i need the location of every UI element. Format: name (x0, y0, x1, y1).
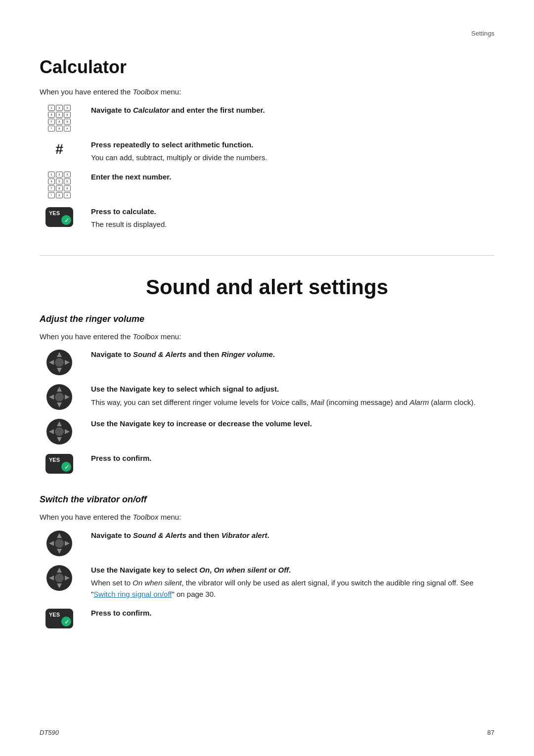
header-label: Settings (471, 30, 494, 37)
vibrator-subtitle: Switch the vibrator on/off (40, 494, 494, 505)
ringer-step-1-text: Navigate to Sound & Alerts and then Ring… (91, 349, 494, 362)
vibrator-step-3-text: Press to confirm. (91, 608, 494, 621)
vibrator-step-2-normal: When set to On when silent, the vibrator… (91, 578, 494, 600)
yes-button-icon: YES ✓ (44, 206, 74, 228)
calc-icon-4: YES ✓ (40, 206, 79, 228)
calc-step-1-bold: Navigate to Calculator and enter the fir… (91, 105, 494, 116)
calc-step-4-bold: Press to calculate. (91, 206, 494, 218)
ringer-subtitle: Adjust the ringer volume (40, 314, 494, 324)
key-cell: 7 (48, 185, 55, 191)
calc-icon-3: 1 2 3 4 5 6 7 8 9 * (40, 172, 79, 198)
ringer-step-3-text: Use the Navigate key to increase or decr… (91, 418, 494, 432)
svg-text:✓: ✓ (64, 618, 70, 625)
calc-step-2: # Press repeatedly to select arithmetic … (40, 139, 494, 164)
nav-button-icon (46, 418, 73, 445)
key-cell: 6 (64, 178, 71, 184)
ringer-step-2: Use the Navigate key to select which sig… (40, 384, 494, 410)
svg-point-11 (55, 393, 64, 401)
calc-step-4-text: Press to calculate. The result is displa… (91, 206, 494, 230)
ringer-step-4-bold: Press to confirm. (91, 453, 494, 464)
keypad-icon-2: 1 2 3 4 5 6 7 8 9 * (48, 172, 71, 198)
calculator-title: Calculator (40, 57, 494, 78)
svg-point-27 (55, 539, 64, 548)
vibrator-step-3: YES ✓ Press to confirm. (40, 608, 494, 629)
vibrator-icon-1 (40, 530, 79, 557)
svg-point-17 (55, 427, 64, 436)
ringer-step-3-bold: Use the Navigate key to increase or decr… (91, 418, 494, 430)
section-divider (40, 255, 494, 256)
ringer-step-3: Use the Navigate key to increase or decr… (40, 418, 494, 445)
footer-page: 87 (488, 729, 494, 736)
vibrator-step-2: Use the Navigate key to select On, On wh… (40, 565, 494, 600)
calc-step-2-text: Press repeatedly to select arithmetic fu… (91, 139, 494, 164)
calc-icon-1: 1 2 3 4 5 6 7 8 9 * (40, 105, 79, 132)
key-cell: * (48, 192, 55, 198)
page-container: Settings Calculator When you have entere… (0, 0, 534, 756)
ringer-icon-1 (40, 349, 79, 376)
key-cell: 5 (56, 112, 63, 118)
calc-step-3-bold: Enter the next number. (91, 172, 494, 183)
key-cell: 0 (56, 192, 63, 198)
vibrator-step-1-text: Navigate to Sound & Alerts and then Vibr… (91, 530, 494, 543)
subsection-ringer: Adjust the ringer volume When you have e… (40, 314, 494, 475)
svg-point-33 (55, 574, 64, 582)
ringer-icon-3 (40, 418, 79, 445)
ringer-step-2-text: Use the Navigate key to select which sig… (91, 384, 494, 408)
svg-point-5 (55, 358, 64, 367)
key-cell: 4 (48, 178, 55, 184)
key-cell: 9 (64, 185, 71, 191)
vibrator-intro: When you have entered the Toolbox menu: (40, 512, 494, 523)
ringer-icon-4: YES ✓ (40, 453, 79, 475)
ringer-icon-2 (40, 384, 79, 410)
page-footer: DT590 87 (40, 729, 494, 736)
switch-ring-link[interactable]: Switch ring signal on/off (93, 590, 172, 598)
key-cell: 9 (64, 119, 71, 125)
svg-text:✓: ✓ (64, 217, 70, 224)
key-cell: 3 (64, 172, 71, 178)
key-cell: 1 (48, 105, 55, 111)
calc-step-1: 1 2 3 4 5 6 7 8 9 * (40, 105, 494, 132)
footer-model: DT590 (40, 729, 59, 736)
key-cell: 5 (56, 178, 63, 184)
key-cell: 0 (56, 126, 63, 132)
ringer-step-2-bold: Use the Navigate key to select which sig… (91, 384, 494, 395)
yes-button-icon: YES ✓ (44, 608, 74, 629)
hash-icon: # (55, 141, 63, 157)
nav-button-icon (46, 349, 73, 376)
svg-text:YES: YES (49, 457, 60, 463)
ringer-step-4: YES ✓ Press to confirm. (40, 453, 494, 475)
page-header: Settings (40, 30, 494, 37)
calc-icon-2: # (40, 139, 79, 157)
vibrator-step-2-bold: Use the Navigate key to select On, On wh… (91, 565, 494, 576)
key-cell: 1 (48, 172, 55, 178)
ringer-intro: When you have entered the Toolbox menu: (40, 331, 494, 343)
key-cell: 4 (48, 112, 55, 118)
calc-step-1-text: Navigate to Calculator and enter the fir… (91, 105, 494, 118)
key-cell: # (64, 126, 71, 132)
section-calculator: Calculator When you have entered the Too… (40, 57, 494, 230)
calc-step-2-normal: You can add, subtract, multiply or divid… (91, 152, 494, 164)
vibrator-icon-2 (40, 565, 79, 591)
vibrator-icon-3: YES ✓ (40, 608, 79, 629)
svg-text:YES: YES (49, 612, 60, 618)
subsection-vibrator: Switch the vibrator on/off When you have… (40, 494, 494, 629)
key-cell: # (64, 192, 71, 198)
calculator-intro: When you have entered the Toolbox menu: (40, 87, 494, 98)
calc-step-4: YES ✓ Press to calculate. The result is … (40, 206, 494, 230)
vibrator-step-1-bold: Navigate to Sound & Alerts and then Vibr… (91, 530, 494, 541)
section-sound: Sound and alert settings Adjust the ring… (40, 275, 494, 630)
svg-text:YES: YES (49, 210, 60, 216)
vibrator-step-2-text: Use the Navigate key to select On, On wh… (91, 565, 494, 600)
key-cell: 2 (56, 105, 63, 111)
nav-button-icon (46, 384, 73, 410)
nav-button-icon (46, 530, 73, 557)
key-cell: 3 (64, 105, 71, 111)
sound-title: Sound and alert settings (40, 275, 494, 299)
key-cell: 7 (48, 119, 55, 125)
keypad-icon: 1 2 3 4 5 6 7 8 9 * (48, 105, 71, 132)
svg-text:✓: ✓ (64, 463, 70, 471)
key-cell: 8 (56, 185, 63, 191)
calc-step-3-text: Enter the next number. (91, 172, 494, 185)
key-cell: 2 (56, 172, 63, 178)
calc-step-4-normal: The result is displayed. (91, 219, 494, 230)
